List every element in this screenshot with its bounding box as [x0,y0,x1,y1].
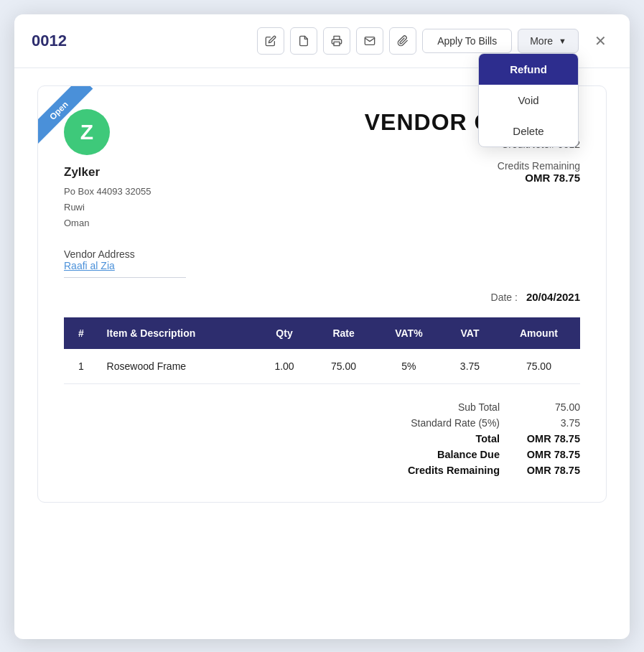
dropdown-item-refund[interactable]: Refund [479,54,578,85]
balance-due-row: Balance Due OMR 78.75 [307,449,580,460]
mail-icon [364,35,375,47]
vendor-name: Zylker [64,165,151,180]
edit-button[interactable] [257,27,284,55]
totals-section: Sub Total 75.00 Standard Rate (5%) 3.75 … [64,401,580,476]
row-amount: 75.00 [498,349,580,384]
apply-to-bills-button[interactable]: Apply To Bills [422,29,512,53]
more-button[interactable]: More ▼ [518,29,579,53]
modal-container: 0012 Apply To Bills More ▼ [14,14,630,639]
more-dropdown-menu: Refund Void Delete [478,53,579,147]
vendor-address-line3: Oman [64,215,151,231]
print-button[interactable] [323,27,350,55]
dropdown-item-delete[interactable]: Delete [479,116,578,146]
total-label: Total [307,433,500,444]
ribbon-label: Open [38,86,93,144]
mail-button[interactable] [356,27,383,55]
table-header-row: # Item & Description Qty Rate VAT% VAT A… [64,317,580,349]
row-num: 1 [64,349,98,384]
address-divider [64,277,186,278]
vendor-address-block: Po Box 44093 32055 Ruwi Oman [64,184,151,231]
vendor-address-link[interactable]: Raafi al Zia [64,260,580,271]
table-row: 1 Rosewood Frame 1.00 75.00 5% 3.75 75.0… [64,349,580,384]
more-label: More [530,35,553,47]
svg-rect-0 [334,42,340,45]
col-amount: Amount [498,317,580,349]
standard-rate-label: Standard Rate (5%) [307,417,500,429]
status-ribbon: Open [38,86,103,151]
document-number: 0012 [32,32,89,50]
dropdown-item-void[interactable]: Void [479,85,578,116]
date-value: 20/04/2021 [526,291,580,303]
credits-remaining-label-top: Credits Remaining [365,160,580,172]
sub-total-value: 75.00 [523,401,580,413]
col-rate: Rate [312,317,375,349]
attachment-button[interactable] [389,27,416,55]
attachment-icon [397,35,409,47]
row-vat: 3.75 [442,349,498,384]
standard-rate-value: 3.75 [523,417,580,429]
col-vat-pct: VAT% [375,317,442,349]
standard-rate-row: Standard Rate (5%) 3.75 [307,417,580,429]
date-label: Date : [491,292,518,303]
vendor-address-section: Vendor Address Raafi al Zia [64,248,580,278]
credits-remaining-value-top: OMR 78.75 [365,172,580,184]
close-button[interactable]: ✕ [589,29,612,52]
col-description: Item & Description [98,317,257,349]
date-row: Date : 20/04/2021 [64,291,580,303]
sub-total-row: Sub Total 75.00 [307,401,580,413]
row-qty: 1.00 [257,349,312,384]
row-description: Rosewood Frame [98,349,257,384]
row-vat-pct: 5% [375,349,442,384]
sub-total-label: Sub Total [307,401,500,413]
total-value: OMR 78.75 [523,433,580,444]
credits-remaining-row: Credits Remaining OMR 78.75 [307,465,580,476]
chevron-down-icon: ▼ [559,37,566,45]
more-dropdown-container: More ▼ Refund Void Delete [518,29,579,53]
print-icon [331,35,342,47]
col-num: # [64,317,98,349]
items-table: # Item & Description Qty Rate VAT% VAT A… [64,317,580,384]
total-row: Total OMR 78.75 [307,433,580,444]
credits-remaining-value-bottom: OMR 78.75 [523,465,580,476]
pdf-icon [298,35,309,47]
edit-icon [265,35,276,47]
pdf-button[interactable] [290,27,317,55]
balance-due-label: Balance Due [307,449,500,460]
vendor-address-section-label: Vendor Address [64,248,580,260]
document-card: Open Z Zylker Po Box 44093 32055 Ruwi Om… [37,85,607,503]
col-qty: Qty [257,317,312,349]
col-vat: VAT [442,317,498,349]
credits-remaining-label-bottom: Credits Remaining [307,465,500,476]
vendor-address-line1: Po Box 44093 32055 [64,184,151,200]
header-actions: Apply To Bills More ▼ Refund Void Delete… [257,27,612,55]
vendor-address-line2: Ruwi [64,200,151,215]
row-rate: 75.00 [312,349,375,384]
balance-due-value: OMR 78.75 [523,449,580,460]
modal-header: 0012 Apply To Bills More ▼ [14,14,630,68]
